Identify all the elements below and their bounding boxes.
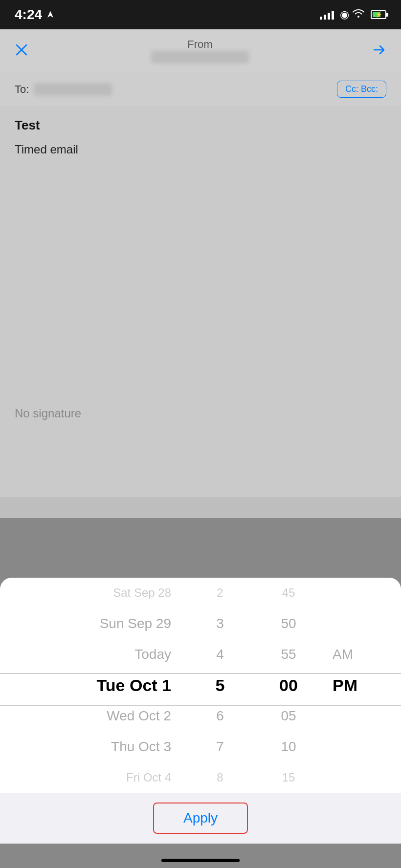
ampm-column[interactable]: AM PM — [323, 578, 401, 793]
home-indicator — [161, 859, 240, 862]
status-time: 4:24 — [15, 7, 55, 22]
selection-line-bottom — [0, 705, 401, 706]
picker-columns: Sat Sep 28 Sun Sep 29 Today Tue Oct 1 We… — [0, 578, 401, 793]
send-button[interactable] — [372, 43, 386, 59]
datetime-picker: Sat Sep 28 Sun Sep 29 Today Tue Oct 1 We… — [0, 578, 401, 844]
minute-item[interactable]: 55 — [254, 639, 323, 670]
hour-item[interactable]: 7 — [186, 731, 254, 762]
email-compose: From To: Cc: Bcc: Test Timed email No si… — [0, 29, 401, 518]
to-bar: To: Cc: Bcc: — [0, 73, 401, 106]
minute-item[interactable]: 10 — [254, 731, 323, 762]
minute-item[interactable]: 50 — [254, 608, 323, 639]
email-content: Timed email — [15, 143, 386, 156]
minute-column[interactable]: 45 50 55 00 05 10 15 — [254, 578, 323, 793]
picker-scroll[interactable]: Sat Sep 28 Sun Sep 29 Today Tue Oct 1 We… — [0, 578, 401, 793]
date-item[interactable]: Sat Sep 28 — [0, 578, 171, 608]
from-bar: From — [0, 29, 401, 73]
cc-bcc-button[interactable]: Cc: Bcc: — [337, 81, 386, 98]
apply-button[interactable]: Apply — [153, 803, 248, 834]
hour-item-selected[interactable]: 5 — [186, 670, 254, 701]
ampm-item[interactable] — [333, 578, 401, 608]
email-subject: Test — [15, 118, 386, 133]
minute-item[interactable]: 45 — [254, 578, 323, 608]
ampm-item[interactable] — [333, 608, 401, 639]
date-column[interactable]: Sat Sep 28 Sun Sep 29 Today Tue Oct 1 We… — [0, 578, 186, 793]
signal-icon — [320, 10, 334, 20]
battery-icon: ⚡ — [371, 10, 386, 19]
hour-item[interactable]: 3 — [186, 608, 254, 639]
date-item-selected[interactable]: Tue Oct 1 — [0, 670, 171, 701]
wifi-svg — [352, 8, 365, 18]
from-address — [151, 51, 249, 64]
ampm-item[interactable] — [333, 762, 401, 793]
date-item[interactable]: Sun Sep 29 — [0, 608, 171, 639]
selection-line-top — [0, 673, 401, 674]
wifi-icon: ◉ — [340, 8, 365, 21]
date-item[interactable]: Fri Oct 4 — [0, 762, 171, 793]
from-label: From — [187, 38, 212, 50]
email-signature: No signature — [15, 407, 81, 420]
time-display: 4:24 — [15, 7, 42, 22]
to-recipient — [34, 83, 332, 96]
minute-item[interactable]: 15 — [254, 762, 323, 793]
hour-item[interactable]: 4 — [186, 639, 254, 670]
hour-item[interactable]: 8 — [186, 762, 254, 793]
close-button[interactable] — [15, 43, 28, 59]
apply-area: Apply — [0, 793, 401, 844]
status-bar: 4:24 ◉ ⚡ — [0, 0, 401, 29]
to-label: To: — [15, 83, 29, 96]
location-icon — [46, 10, 55, 19]
status-icons: ◉ ⚡ — [320, 8, 386, 21]
ampm-item[interactable] — [333, 731, 401, 762]
date-item[interactable]: Today — [0, 639, 171, 670]
hour-item[interactable]: 2 — [186, 578, 254, 608]
date-item[interactable]: Thu Oct 3 — [0, 731, 171, 762]
hour-column[interactable]: 2 3 4 5 6 7 8 — [186, 578, 254, 793]
email-body: Test Timed email No signature — [0, 106, 401, 497]
ampm-item-selected[interactable]: PM — [333, 670, 401, 701]
minute-item-selected[interactable]: 00 — [254, 670, 323, 701]
ampm-item[interactable]: AM — [333, 639, 401, 670]
